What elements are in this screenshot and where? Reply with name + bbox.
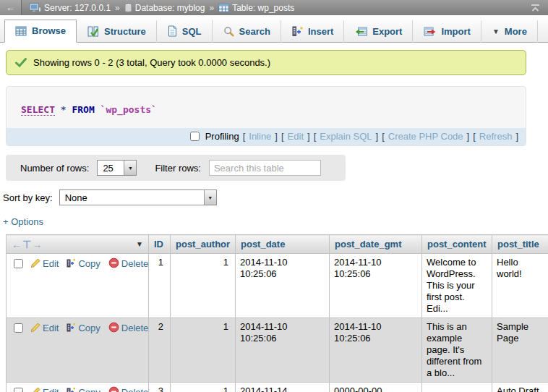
back-arrow-icon[interactable]: ←: [0, 0, 22, 15]
tab-import[interactable]: Import: [413, 20, 481, 43]
import-icon: [424, 27, 436, 37]
tab-bar: Browse Structure SQL Search Insert Expor…: [0, 15, 548, 43]
delete-row-link[interactable]: Delete: [121, 258, 149, 269]
refresh-link[interactable]: Refresh: [479, 131, 513, 142]
delete-icon: [108, 386, 119, 392]
row-actions: EditCopyDelete: [7, 254, 149, 318]
column-header-post-author[interactable]: post_author: [171, 235, 236, 254]
tab-search[interactable]: Search: [213, 20, 281, 43]
tab-label: Import: [441, 26, 470, 37]
cell-post-title: Sample Page: [492, 318, 548, 383]
column-header-post-date-gmt[interactable]: post_date_gmt: [330, 235, 422, 254]
edit-row-link[interactable]: Edit: [43, 323, 59, 333]
results-table: ←⊤→ ▼ ID post_author post_date post_date…: [6, 234, 548, 392]
browse-icon: [15, 26, 27, 36]
tab-sql[interactable]: SQL: [157, 20, 213, 43]
number-of-rows-select[interactable]: 25 ▼: [97, 160, 137, 176]
sql-keyword-select: SELECT: [21, 104, 55, 116]
copy-icon: [67, 258, 76, 268]
breadcrumb-server-label: Server: 127.0.0.1: [44, 3, 111, 13]
tab-label: More: [505, 26, 527, 37]
export-icon: [355, 27, 367, 37]
row-checkbox[interactable]: [14, 388, 23, 392]
options-toggle-link[interactable]: + Options: [3, 216, 548, 227]
pencil-icon: [30, 323, 40, 333]
filter-rows-input[interactable]: [209, 160, 321, 176]
tab-insert[interactable]: Insert: [281, 20, 344, 43]
check-icon: [15, 58, 27, 67]
tab-structure[interactable]: Structure: [77, 20, 157, 43]
bracket: [: [473, 131, 476, 142]
bracket: ]: [376, 131, 379, 142]
cell-post-date-gmt: 2014-11-10 10:25:06: [330, 254, 422, 318]
tab-browse[interactable]: Browse: [4, 20, 77, 43]
inline-link[interactable]: Inline: [249, 131, 271, 142]
edit-row-link[interactable]: Edit: [43, 387, 59, 392]
search-icon: [223, 26, 234, 37]
transpose-toggle[interactable]: ←⊤→: [12, 239, 43, 250]
cell-post-author: 1: [171, 383, 236, 392]
breadcrumb-bar: ← Server: 127.0.0.1 » Database: myblog »…: [0, 0, 548, 15]
table-icon: [218, 4, 229, 12]
breadcrumb-server[interactable]: Server: 127.0.0.1: [29, 3, 111, 13]
table-row: EditCopyDelete 1 1 2014-11-10 10:25:06 2…: [7, 254, 548, 318]
create-php-code-link[interactable]: Create PHP Code: [388, 131, 463, 142]
breadcrumb-table-label: Table: wp_posts: [232, 3, 294, 13]
sql-table-identifier: `wp_posts`: [100, 104, 157, 115]
copy-row-link[interactable]: Copy: [78, 387, 100, 392]
database-icon: [124, 3, 132, 13]
cell-post-content: Welcome to WordPress. This is your first…: [422, 254, 492, 318]
bracket: ]: [467, 131, 470, 142]
tab-label: Structure: [104, 26, 146, 37]
bracket: ]: [515, 131, 518, 142]
tab-label: Insert: [308, 26, 333, 37]
query-footer-bar: Profiling [ Inline ] [ Edit ] [ Explain …: [7, 128, 526, 145]
server-icon: [29, 3, 41, 12]
bracket: [: [382, 131, 385, 142]
column-header-post-date[interactable]: post_date: [236, 235, 330, 254]
edit-row-link[interactable]: Edit: [43, 258, 59, 269]
table-row: EditCopyDelete 2 1 2014-11-10 10:25:06 2…: [7, 318, 548, 383]
sort-descending-icon[interactable]: ▼: [136, 240, 143, 248]
tab-export[interactable]: Export: [344, 20, 413, 43]
query-box: SELECT * FROM `wp_posts` Profiling [ Inl…: [6, 86, 526, 146]
sort-by-key-select[interactable]: None ▼: [59, 189, 217, 205]
cell-post-content: This is an example page. It's different …: [422, 318, 492, 383]
cell-post-title: Auto Draft: [492, 383, 548, 392]
table-row: EditCopyDelete 3 1 2014-11-14 06:33:38 0…: [7, 383, 548, 392]
cell-id: 3: [149, 383, 171, 392]
column-header-id[interactable]: ID: [149, 235, 171, 254]
edit-query-link[interactable]: Edit: [288, 131, 304, 142]
collapse-icon[interactable]: [530, 4, 541, 12]
tab-label: SQL: [182, 26, 202, 37]
breadcrumb-database[interactable]: Database: myblog: [124, 3, 205, 13]
delete-row-link[interactable]: Delete: [121, 387, 149, 392]
breadcrumb-table[interactable]: Table: wp_posts: [218, 3, 294, 13]
cell-post-date-gmt: 0000-00-00 00:00:00: [330, 383, 422, 392]
cell-post-title: Hello world!: [492, 254, 548, 318]
copy-row-link[interactable]: Copy: [78, 323, 100, 333]
column-header-post-title[interactable]: post_title: [492, 235, 548, 254]
profiling-label: Profiling: [205, 131, 239, 142]
chevron-down-icon: ▼: [204, 190, 216, 205]
cell-post-author: 1: [171, 318, 236, 383]
copy-icon: [67, 323, 76, 333]
pencil-icon: [30, 387, 40, 392]
profiling-checkbox[interactable]: [190, 132, 200, 141]
row-checkbox[interactable]: [14, 323, 23, 333]
cell-id: 1: [149, 254, 171, 318]
row-actions: EditCopyDelete: [7, 383, 149, 392]
breadcrumb-separator: »: [114, 3, 121, 13]
copy-row-link[interactable]: Copy: [78, 258, 100, 269]
row-checkbox[interactable]: [14, 259, 23, 268]
column-header-post-content[interactable]: post_content: [422, 235, 492, 254]
bracket: [: [281, 131, 284, 142]
tab-more[interactable]: ▼ More: [481, 20, 538, 43]
cell-post-author: 1: [171, 254, 236, 318]
sql-icon: [168, 25, 177, 37]
delete-row-link[interactable]: Delete: [121, 323, 149, 333]
delete-icon: [108, 257, 119, 268]
explain-sql-link[interactable]: Explain SQL: [320, 131, 372, 142]
chevron-down-icon: ▼: [492, 27, 500, 35]
cell-post-date: 2014-11-14 06:33:38: [236, 383, 330, 392]
